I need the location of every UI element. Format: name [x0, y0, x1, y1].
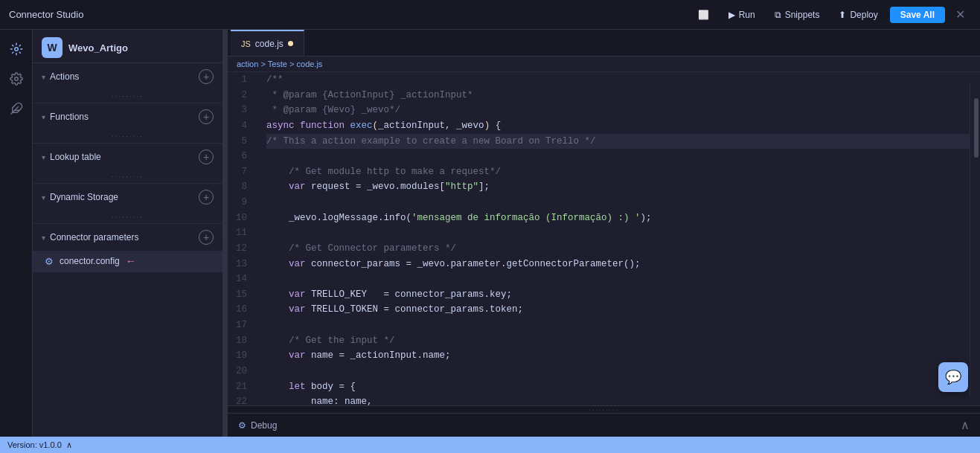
scrollbar-thumb[interactable] — [974, 98, 979, 158]
section-lookup-label: Lookup table — [50, 152, 101, 162]
chat-icon: 💬 — [945, 369, 961, 385]
actions-toggle-icon: ▾ — [42, 73, 45, 81]
connector-config-label: conector.config — [60, 256, 120, 266]
code-line-14 — [266, 272, 971, 287]
section-functions-header[interactable]: ▾ Functions + — [33, 103, 222, 130]
code-line-9 — [266, 195, 971, 211]
code-line-22: name: name, — [266, 394, 971, 405]
sidebar-nav-plugin[interactable] — [3, 95, 30, 122]
title-bar-left: Connector Studio — [9, 9, 83, 20]
lookup-toggle-icon: ▾ — [42, 153, 45, 161]
code-line-18: /* Get the input */ — [266, 333, 971, 349]
code-line-2: * @param {ActionInput} _actionInput* — [266, 88, 971, 103]
debug-label: Debug — [251, 420, 277, 431]
lookup-add-button[interactable]: + — [199, 150, 214, 164]
connector-config-item[interactable]: ⚙ conector.config ← — [33, 251, 222, 272]
main-layout: W Wevo_Artigo ▾ Actions + ········· ▾ Fu… — [0, 30, 980, 437]
breadcrumb: action > Teste > code.js — [228, 57, 980, 72]
code-content: /** * @param {ActionInput} _actionInput*… — [257, 72, 980, 405]
line-numbers: 1234567891011121314151617181920212223 — [228, 72, 257, 405]
section-functions-label: Functions — [50, 112, 89, 122]
app-name: Wevo_Artigo — [68, 42, 128, 54]
save-all-button[interactable]: Save All — [890, 7, 945, 23]
title-bar: Connector Studio ⬜ ▶ Run ⧉ Snippets ⬆ De… — [0, 0, 980, 30]
maximize-icon: ⬜ — [698, 10, 709, 20]
code-line-10: _wevo.logMessage.info('mensagem de infor… — [266, 211, 971, 226]
code-line-17 — [266, 318, 971, 333]
app-logo: W — [42, 37, 63, 58]
code-line-3: * @param {Wevo} _wevo*/ — [266, 103, 971, 118]
code-line-19: var name = _actionInput.name; — [266, 348, 971, 364]
debug-icon: ⚙ — [238, 420, 246, 431]
scrollbar-dots: ········· — [589, 406, 619, 414]
code-line-1: /** — [266, 72, 971, 88]
section-lookup-table: ▾ Lookup table + ········· — [33, 144, 222, 184]
dynamic-toggle-icon: ▾ — [42, 193, 45, 202]
sidebar-nav-settings[interactable] — [3, 65, 30, 92]
title-bar-right: ⬜ ▶ Run ⧉ Snippets ⬆ Deploy Save All ✕ — [691, 4, 971, 25]
version-bar: Version: v1.0.0 ∧ — [0, 437, 980, 453]
section-lookup-header[interactable]: ▾ Lookup table + — [33, 144, 222, 170]
editor-area: JS code.js action > Teste > code.js 1234… — [228, 30, 980, 437]
functions-add-button[interactable]: + — [199, 109, 214, 124]
actions-drag-handle: ········· — [33, 90, 222, 103]
sidebar-nav-connector[interactable] — [3, 36, 30, 62]
arrow-indicator: ← — [126, 255, 136, 267]
tab-bar: JS code.js — [228, 30, 980, 57]
actions-add-button[interactable]: + — [199, 69, 214, 84]
chat-button[interactable]: 💬 — [938, 362, 968, 392]
section-dynamic-label: Dynamic Storage — [50, 192, 118, 202]
functions-toggle-icon: ▾ — [42, 113, 45, 121]
deploy-button[interactable]: ⬆ Deploy — [831, 7, 885, 23]
code-line-5: /* This a action example to create a new… — [266, 134, 971, 150]
dynamic-add-button[interactable]: + — [199, 190, 214, 205]
code-line-6 — [266, 149, 971, 164]
right-scrollbar[interactable] — [970, 83, 980, 396]
debug-collapse-icon[interactable]: ∧ — [961, 418, 970, 432]
tab-modified-dot — [288, 41, 293, 46]
code-line-11 — [266, 225, 971, 241]
code-line-21: let body = { — [266, 379, 971, 395]
code-line-20 — [266, 364, 971, 379]
section-functions: ▾ Functions + ········· — [33, 103, 222, 144]
left-panel: W Wevo_Artigo ▾ Actions + ········· ▾ Fu… — [33, 30, 223, 437]
gear-icon: ⚙ — [45, 256, 54, 267]
snippets-icon: ⧉ — [775, 10, 781, 20]
code-line-7: /* Get module http to make a request*/ — [266, 164, 971, 180]
connector-add-button[interactable]: + — [199, 230, 214, 245]
section-connector-label: Connector parameters — [50, 232, 138, 242]
version-label: Version: v1.0.0 — [7, 440, 62, 449]
deploy-icon: ⬆ — [839, 10, 846, 20]
close-button[interactable]: ✕ — [949, 4, 971, 25]
section-connector-params: ▾ Connector parameters + ⚙ conector.conf… — [33, 224, 222, 272]
icon-sidebar — [0, 30, 33, 437]
section-connector-header[interactable]: ▾ Connector parameters + — [33, 224, 222, 251]
section-actions-label: Actions — [50, 71, 79, 82]
section-actions-header[interactable]: ▾ Actions + — [33, 63, 222, 90]
maximize-button[interactable]: ⬜ — [691, 7, 717, 23]
code-line-8: var request = _wevo.modules["http"]; — [266, 179, 971, 195]
svg-point-1 — [14, 77, 18, 81]
tab-file-icon: JS — [241, 39, 251, 48]
debug-bar: ⚙ Debug ∧ — [228, 413, 980, 437]
code-line-12: /* Get Connector parameters */ — [266, 241, 971, 257]
run-button[interactable]: ▶ Run — [721, 7, 763, 23]
run-icon: ▶ — [728, 10, 735, 20]
dynamic-drag-handle: ········· — [33, 211, 222, 223]
lookup-drag-handle: ········· — [33, 170, 222, 183]
tab-code-js[interactable]: JS code.js — [231, 30, 304, 56]
code-line-13: var connector_params = _wevo.parameter.g… — [266, 257, 971, 272]
snippets-button[interactable]: ⧉ Snippets — [767, 7, 827, 23]
code-editor[interactable]: 1234567891011121314151617181920212223 /*… — [228, 72, 980, 405]
h-scrollbar[interactable]: ········· — [228, 405, 980, 413]
functions-drag-handle: ········· — [33, 130, 222, 143]
code-line-16: var TRELLO_TOKEN = connector_params.toke… — [266, 302, 971, 318]
section-dynamic-storage: ▾ Dynamic Storage + ········· — [33, 184, 222, 224]
tab-filename: code.js — [255, 39, 284, 49]
connector-toggle-icon: ▾ — [42, 234, 45, 242]
section-dynamic-header[interactable]: ▾ Dynamic Storage + — [33, 184, 222, 211]
left-panel-header: W Wevo_Artigo — [33, 30, 222, 63]
section-actions: ▾ Actions + ········· — [33, 63, 222, 103]
version-expand-icon[interactable]: ∧ — [66, 440, 72, 450]
code-line-4: async function exec(_actionInput, _wevo)… — [266, 118, 971, 134]
